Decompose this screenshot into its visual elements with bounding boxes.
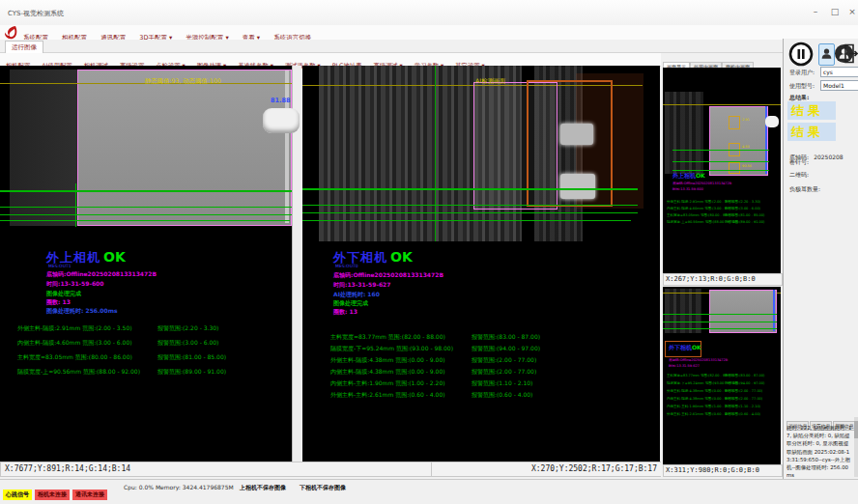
result-ok: OK <box>103 249 126 265</box>
logout-button[interactable] <box>844 43 858 64</box>
measurement-text: 内侧主料-隔膜:4.60mm 范围:(3.00 - 6.00) <box>17 339 132 348</box>
detect-value-label: 2.91 <box>742 118 750 122</box>
barcode-line: 底轴码:Offline2025020813313472B <box>46 270 157 279</box>
right-panel: 登录用户: cys 使用型号: Model1 总结果: 结果 结果 底轴码: 2… <box>783 39 858 479</box>
alarm-range-text: 报警范围:(89.00 - 91.00) <box>157 368 226 377</box>
user-mode-button[interactable] <box>818 43 835 66</box>
measure-line-vertical <box>435 66 436 241</box>
mini-barcode: 底轴码:Offline2025020813313472B <box>672 182 731 185</box>
mini-alarm: 报警范围:(2.00 - 77.00) <box>725 389 762 393</box>
turns-line: 圈数: 13 <box>333 308 358 317</box>
mini-measure: 外侧主料-隔膜:4.38mm 范围:(0.00 - 9.00) <box>667 389 733 393</box>
detect-value-label: 90.56 <box>742 164 752 168</box>
mini-measure: 外侧主料-隔膜:2.91mm 范围:(2.00 - 3.50) <box>667 200 733 204</box>
measure-line <box>672 161 769 162</box>
result-box-2: 结果 <box>787 123 836 141</box>
mini-camera-title: 外上相机OK <box>672 172 705 181</box>
bright-edge-column <box>285 70 289 223</box>
needle-label: 卷针号: <box>789 158 809 167</box>
status-badges: 心跳信号相机未连接通讯未连接 <box>3 482 110 500</box>
tab-run-image[interactable]: 运行图像 <box>5 41 43 53</box>
turns-line: 圈数: 13 <box>46 298 71 307</box>
maximize-button[interactable]: □ <box>827 5 843 18</box>
mini-alarm: 报警范围:(94.00 - 97.00) <box>725 381 764 385</box>
camera-connection-badge: 相机未连接 <box>35 490 70 500</box>
alarm-range-text: 报警范围:(2.00 - 77.00) <box>472 368 536 377</box>
measure-line-vertical <box>75 183 76 227</box>
barcode-line: 底轴码:Offline2025020813313472B <box>333 271 443 280</box>
status-line: 图像处理完成 <box>46 290 81 298</box>
measurement-text: 外侧主料-隔膜:2.91mm 范围:(2.00 - 3.50) <box>17 324 132 333</box>
measurement-text: 内侧主料-隔膜:4.38mm 范围:(0.00 - 9.00) <box>330 368 445 377</box>
alarm-range-text: 报警范围:(83.00 - 87.00) <box>472 333 540 342</box>
mid-coord-text: X:270;Y:2502;R:17;G:17;B:17 <box>531 464 657 473</box>
electrode-region <box>77 70 292 226</box>
detect-value-label: 4.60 <box>742 145 750 149</box>
measure-line <box>302 205 638 206</box>
metal-part-blob <box>560 124 593 145</box>
measurement-text: 隔膜宽度-上=90.56mm 范围:(88.00 - 92.00) <box>17 368 140 377</box>
close-button[interactable]: × <box>844 5 858 18</box>
log-scrollbar[interactable] <box>854 417 858 477</box>
measurement-text: 外侧主料-主料:2.61mm 范围:(0.60 - 4.00) <box>330 391 445 400</box>
pause-icon <box>788 42 814 67</box>
alarm-range-text: 报警范围:(2.00 - 77.00) <box>472 356 536 365</box>
camera-name: 外下相机 <box>669 344 692 350</box>
thumb2-coordinate-bar: X:311;Y:980;R:0;G:0;B:0 <box>663 464 783 477</box>
left-coordinate-bar: X:7677;Y:891;R:14;G:14;B:14 <box>0 462 432 477</box>
alarm-range-text: 报警范围:(81.00 - 85.00) <box>157 353 226 362</box>
pause-button[interactable] <box>788 42 814 67</box>
login-user-field[interactable]: cys <box>820 67 858 77</box>
left-dark-band <box>10 70 77 226</box>
mini-measure: 内侧主料-隔膜:4.38mm 范围:(0.00 - 9.00) <box>667 397 733 401</box>
menu-bar: 系统配置 相机配置 通讯配置 3D手配置 ▾ 光源控制配置 ▾ 查看 ▾ 系统语… <box>0 25 858 40</box>
measure-line <box>663 314 777 315</box>
mini-measure: 内侧主料-隔膜:4.60mm 范围:(3.00 - 6.00) <box>667 207 733 210</box>
mini-time: 时间:13-31-59-600 <box>672 187 703 191</box>
ai-overlay-label: AI检测画面 <box>475 77 505 86</box>
minimize-button[interactable]: – <box>808 5 823 18</box>
model-field[interactable]: Model1 <box>820 80 858 91</box>
thumb-camera-view-1[interactable]: 2.91 4.60 90.56 外上相机OK 底轴码:Offline202502… <box>663 68 781 273</box>
measure-line <box>672 150 769 151</box>
mes-output-label: MES:OUT1 <box>48 264 72 268</box>
measurement-text: 隔膜宽度-下=95.24mm 范围:(93.00 - 98.00) <box>330 345 453 353</box>
alarm-range-text: 报警范围:(1.10 - 2.10) <box>472 379 532 388</box>
camera-name: 外下相机 <box>333 250 387 265</box>
status-line: 图像处理完成 <box>333 299 368 308</box>
reference-yellow-line <box>663 104 781 105</box>
model-label: 使用型号: <box>789 82 815 91</box>
result-box-1: 结果 <box>787 101 836 120</box>
measure-line <box>0 207 300 208</box>
electrode-region <box>709 290 777 333</box>
measurement-text: 外侧主料-隔膜:4.38mm 范围:(0.00 - 9.00) <box>330 356 445 365</box>
login-user-label: 登录用户: <box>789 69 815 77</box>
detect-square <box>729 116 740 129</box>
thumb1-coord-text: X:267;Y:13;R:0;G:0;B:0 <box>666 275 756 283</box>
camera-name: 外上相机 <box>46 250 100 265</box>
left-coord-text: X:7677;Y:891;R:14;G:14;B:14 <box>5 464 130 473</box>
mid-camera-view[interactable]: AI检测画面 外下相机OK MES:OUT0 底轴码:Offline202502… <box>302 66 660 462</box>
mini-measure: 主料宽度=83.05mm 范围:(80.00 - 86.00) <box>667 213 733 217</box>
mini-camera-title: 外下相机OK <box>669 344 701 352</box>
mini-alarm: 报警范围:(83.00 - 87.00) <box>725 374 764 378</box>
ai-time-line: AI处理耗时: 160 <box>333 291 380 299</box>
mini-measure: 主料宽度=83.77mm 范围:(82.00 - 88.00) <box>667 374 733 378</box>
left-camera-view[interactable]: 静态阈值:93, 动态阈值:100 81.88 外上相机OK MES:OUT1 … <box>0 66 301 462</box>
threshold-overlay-label: 静态阈值:93, 动态阈值:100 <box>145 77 221 86</box>
tab-count-label: 负极耳数量: <box>789 185 820 194</box>
app-logo-icon <box>4 25 19 41</box>
alarm-range-text: 报警范围:(3.00 - 6.00) <box>157 339 218 348</box>
thumb-camera-view-2[interactable]: 外下相机OK 底轴码:Offline2025020813313472B 时间:1… <box>663 287 781 464</box>
barcode-value: 20250208 <box>814 154 844 160</box>
measure-line <box>663 328 777 329</box>
result-ok: OK <box>692 344 701 350</box>
run-log-text: 耗时: 222, 缺陷检测耗时: 17, 缺陷分类耗时: 0, 缺陷提取分区耗时… <box>786 424 852 478</box>
measurement-text: 主料宽度=83.05mm 范围:(80.00 - 86.00) <box>17 353 132 362</box>
lower-camera-save-text: 下相机不保存图像 <box>300 484 346 492</box>
mini-time: 时间:13-31-59-627 <box>669 364 700 368</box>
measure-line <box>302 188 638 190</box>
scrollbar-thumb[interactable] <box>854 421 858 438</box>
view-tab-row: 运行图像 <box>0 40 783 53</box>
upper-camera-save-text: 上相机不保存图像 <box>240 484 286 492</box>
